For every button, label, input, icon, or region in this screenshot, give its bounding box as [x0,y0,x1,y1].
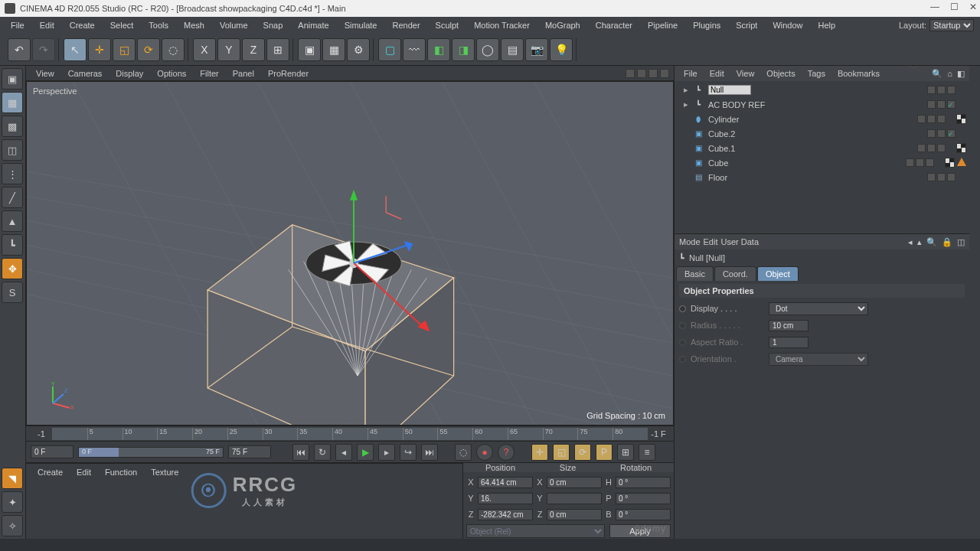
timeline-ruler[interactable]: -1 5101520253035404550556065707580 -1 F [26,425,674,441]
scale-tool[interactable]: ◱ [113,38,136,61]
menu-file[interactable]: File [5,19,31,31]
menu-help[interactable]: Help [812,19,842,31]
om-menu-file[interactable]: File [679,68,702,79]
position-field[interactable] [478,509,533,520]
object-tree[interactable]: ▸┗▸┗AC BODY REF⬮Cylinder▣Cube.2▣Cube.1▣C… [675,81,969,233]
vp-menu-display[interactable]: Display [110,68,149,79]
lock-icon[interactable]: 🔒 [942,237,952,247]
add-cube-button[interactable]: ▢ [378,38,401,61]
render-settings-button[interactable]: ⚙ [347,38,370,61]
visibility-dots[interactable] [927,100,956,109]
step-forward-button[interactable]: ▸ [378,444,395,461]
tab-basic[interactable]: Basic [676,266,714,281]
current-frame-field[interactable] [31,445,74,458]
coord-system-button[interactable]: ⊞ [266,38,289,61]
rotation-field[interactable] [616,493,671,504]
vp-menu-cameras[interactable]: Cameras [63,68,108,79]
om-menu-edit[interactable]: Edit [705,68,729,79]
model-mode-button[interactable]: ▦ [2,92,23,113]
scale-key-toggle[interactable]: ◱ [553,444,570,461]
texture-tag-icon[interactable] [956,114,966,124]
object-name[interactable]: Cylinder [707,115,914,124]
object-row[interactable]: ▣Cube [678,155,966,170]
menu-tools[interactable]: Tools [142,19,175,31]
texture-tag-icon[interactable] [945,158,955,168]
timeline-track[interactable]: 5101520253035404550556065707580 [52,428,648,440]
om-menu-bookmarks[interactable]: Bookmarks [833,68,884,79]
nav-search-icon[interactable]: 🔍 [926,237,937,247]
range-end-field[interactable] [228,445,271,458]
menu-pipeline[interactable]: Pipeline [642,19,684,31]
step-back-button[interactable]: ◂ [335,444,352,461]
vp-menu-panel[interactable]: Panel [227,68,260,79]
menu-window[interactable]: Window [766,19,808,31]
goto-end-button[interactable]: ⏭ [421,444,438,461]
rename-input[interactable] [708,85,751,95]
mat-menu-edit[interactable]: Edit [71,467,96,478]
warning-tag-icon[interactable] [957,158,966,166]
add-deformer-button[interactable]: ◨ [452,38,475,61]
object-row[interactable]: ▣Cube.1 [678,141,966,155]
perspective-viewport[interactable]: Perspective [26,81,674,425]
vp-maximize-icon[interactable] [660,69,669,78]
visibility-dots[interactable] [917,144,946,152]
expand-icon[interactable]: ▸ [682,99,690,109]
minimize-button[interactable]: — [930,2,939,12]
vp-menu-view[interactable]: View [31,68,60,79]
point-mode-button[interactable]: ⋮ [2,163,23,184]
texture-mode-button[interactable]: ▩ [2,116,23,137]
size-field[interactable] [547,477,602,488]
vp-menu-prorender[interactable]: ProRender [263,68,314,79]
lock-x-button[interactable]: X [193,38,216,61]
search-icon[interactable]: 🔍 [932,69,942,79]
menu-create[interactable]: Create [64,19,101,31]
recent-tool[interactable]: ◌ [162,38,185,61]
am-menu-edit[interactable]: Edit [704,237,718,246]
om-menu-objects[interactable]: Objects [762,68,799,79]
visibility-dots[interactable] [917,115,946,123]
visibility-dots[interactable] [927,173,956,181]
range-slider[interactable]: 0 F 75 F [78,447,224,458]
vp-menu-filter[interactable]: Filter [194,68,224,79]
tab-coord[interactable]: Coord. [714,266,756,281]
object-row[interactable]: ▣Cube.2 [678,126,966,141]
menu-script[interactable]: Script [730,19,763,31]
menu-plugins[interactable]: Plugins [687,19,727,31]
rotation-field[interactable] [616,477,671,488]
object-name[interactable]: Cube.1 [707,144,914,153]
pos-key-toggle[interactable]: ✛ [531,444,548,461]
mat-menu-function[interactable]: Function [100,467,142,478]
snap-toggle-button[interactable]: S [2,282,23,303]
edge-mode-button[interactable]: ╱ [2,187,23,208]
vp-zoom-icon[interactable] [637,69,646,78]
viewport-solo-button[interactable]: ◥ [2,468,23,489]
redo-button[interactable]: ↷ [32,38,55,61]
animation-layer-button[interactable]: ≡ [639,444,655,461]
play-button[interactable]: ▶ [357,444,374,461]
object-row[interactable]: ▤Floor [678,170,966,184]
lock-z-button[interactable]: Z [242,38,265,61]
size-field[interactable] [547,509,602,520]
vp-rotate-icon[interactable] [648,69,658,78]
close-button[interactable]: ✕ [969,2,977,12]
axis-mode-button[interactable]: ┗ [2,234,23,256]
add-camera-button[interactable]: 📷 [525,38,548,61]
param-key-toggle[interactable]: P [596,444,612,461]
prop-display-select[interactable]: Dot [769,302,868,315]
menu-character[interactable]: Character [590,19,639,31]
render-picture-button[interactable]: ▦ [322,38,345,61]
path-icon[interactable]: ◧ [957,69,965,79]
new-window-icon[interactable]: ◫ [957,237,965,247]
object-name[interactable]: Cube [707,158,903,168]
rotate-tool[interactable]: ⟳ [137,38,160,61]
object-row[interactable]: ▸┗AC BODY REF [678,97,966,112]
menu-select[interactable]: Select [104,19,140,31]
object-name[interactable]: Cube.2 [707,129,924,139]
vp-menu-options[interactable]: Options [152,68,191,79]
object-name[interactable]: AC BODY REF [707,100,924,109]
live-select-tool[interactable]: ↖ [64,38,87,61]
rot-key-toggle[interactable]: ⟳ [574,444,591,461]
keyframe-selection-button[interactable]: ? [498,444,514,461]
position-field[interactable] [478,477,533,488]
lock-y-button[interactable]: Y [217,38,240,61]
